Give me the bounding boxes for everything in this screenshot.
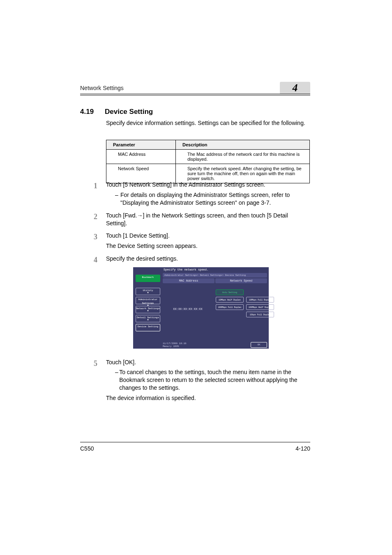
col-network-speed: Network Speed xyxy=(215,278,267,283)
chevron-up-icon: ▲ xyxy=(136,292,160,294)
nav-device-setting[interactable]: Device Setting xyxy=(136,324,160,331)
step-4: 4 Specify the desired settings. xyxy=(106,255,310,265)
step-subitem: –To cancel changes to the settings, touc… xyxy=(115,368,310,392)
step-number: 4 xyxy=(94,255,106,265)
step-subtext: For details on displaying the Administra… xyxy=(120,191,310,207)
cell-param: MAC Address xyxy=(106,150,176,164)
step-text: Touch [5 Network Setting] in the Adminis… xyxy=(106,181,310,189)
step-1: 1 Touch [5 Network Setting] in the Admin… xyxy=(106,181,310,207)
panel-datetime: 11/17/2006 18:16 xyxy=(163,342,187,345)
intro-paragraph: Specify device information settings. Set… xyxy=(106,119,310,127)
btn-10-full[interactable]: 10Mbps Full Duplex xyxy=(246,297,274,303)
step-5: 5 Touch [OK]. –To cancel changes to the … xyxy=(106,358,310,402)
step-text: Touch [OK]. xyxy=(106,358,310,366)
step-text: Touch [Fwd.→] in the Network Settings sc… xyxy=(106,212,310,227)
th-description: Description xyxy=(176,140,310,150)
device-setting-screenshot: Specify the network speed. Bookmark Util… xyxy=(133,267,269,349)
btn-1g-full[interactable]: 1Gbps Full Duplex xyxy=(246,312,274,317)
th-parameter: Parameter xyxy=(106,140,176,150)
section-heading: 4.19Device Setting xyxy=(80,108,153,116)
step-text: Touch [1 Device Setting]. xyxy=(106,232,310,240)
footer-page: 4-120 xyxy=(295,445,310,452)
step-subtext: To cancel changes to the settings, touch… xyxy=(119,368,310,392)
btn-100-full[interactable]: 100Mbps Full Duplex xyxy=(216,304,244,310)
mac-address-value: XX:XX:XX:XX:XX:XX xyxy=(163,308,213,311)
step-number: 5 xyxy=(94,358,106,368)
panel-memory: Memory 100% xyxy=(163,345,187,348)
footer-rule xyxy=(80,442,310,442)
chapter-number: 4 xyxy=(293,82,298,94)
cell-param: Network Speed xyxy=(106,164,176,183)
table-row: MAC Address The Mac address of the netwo… xyxy=(106,150,310,164)
nav-detail-settings[interactable]: Detail Settings▲ xyxy=(136,315,160,322)
chapter-tab: 4 xyxy=(280,82,310,94)
chevron-up-icon: ▲ xyxy=(136,310,160,312)
step-subitem: –For details on displaying the Administr… xyxy=(115,191,310,207)
step-2: 2 Touch [Fwd.→] in the Network Settings … xyxy=(106,212,310,227)
panel-sidebar: Bookmark Utility▲ Administrator Settings… xyxy=(134,273,161,331)
step-number: 1 xyxy=(94,181,106,191)
col-mac-address: MAC Address xyxy=(163,278,214,283)
nav-bookmark[interactable]: Bookmark xyxy=(136,275,160,282)
nav-admin-settings[interactable]: Administrator Settings▲ xyxy=(136,297,160,304)
speed-buttons: Auto Setting 10Mbps Half Duplex 10Mbps F… xyxy=(215,289,275,318)
step-3: 3 Touch [1 Device Setting]. The Device S… xyxy=(106,232,310,250)
nav-utility[interactable]: Utility▲ xyxy=(136,288,160,295)
section-number: 4.19 xyxy=(80,108,105,116)
panel-breadcrumb: Administrator Settings> Detail Settings>… xyxy=(163,273,267,278)
step-after: The device information is specified. xyxy=(106,394,310,402)
step-number: 3 xyxy=(94,232,106,242)
panel-instruction: Specify the network speed. xyxy=(164,268,208,271)
cell-desc: Specify the network speed. After changin… xyxy=(176,164,310,183)
ok-button[interactable]: OK xyxy=(251,342,267,348)
header-rule xyxy=(80,94,310,95)
footer-model: C550 xyxy=(80,445,94,452)
btn-auto-setting[interactable]: Auto Setting xyxy=(216,289,244,295)
btn-100-half[interactable]: 100Mbps Half Duplex xyxy=(246,304,274,310)
chevron-up-icon: ▲ xyxy=(136,319,160,321)
btn-10-half[interactable]: 10Mbps Half Duplex xyxy=(216,297,244,303)
parameter-table: Parameter Description MAC Address The Ma… xyxy=(106,140,310,183)
step-text: Specify the desired settings. xyxy=(106,255,310,263)
running-head-title: Network Settings xyxy=(80,85,124,91)
section-title-text: Device Setting xyxy=(105,108,153,116)
step-after: The Device Setting screen appears. xyxy=(106,242,310,250)
nav-network-settings[interactable]: Network Settings▲ xyxy=(136,306,160,313)
step-number: 2 xyxy=(94,212,106,222)
cell-desc: The Mac address of the network card for … xyxy=(176,150,310,164)
table-row: Network Speed Specify the network speed.… xyxy=(106,164,310,183)
